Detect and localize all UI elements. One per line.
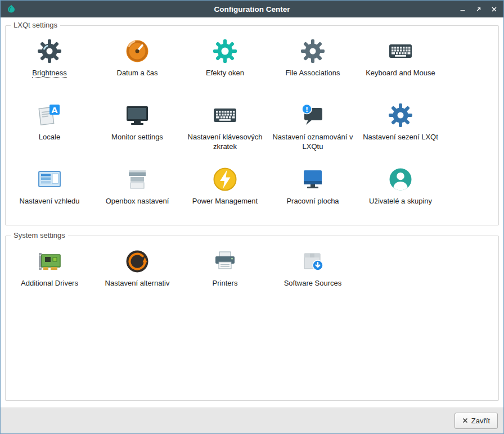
drivers-icon <box>36 248 63 275</box>
item-datetime[interactable]: Datum a čas <box>93 38 181 102</box>
group-lxqt-settings: LXQt settings <box>5 25 499 225</box>
item-notifications[interactable]: ! Nastavení oznamování v LXQtu <box>269 102 357 166</box>
lxqt-logo-icon <box>6 4 16 14</box>
item-label: Locale <box>39 133 60 142</box>
item-window-effects[interactable]: Efekty oken <box>181 38 269 102</box>
group-title: LXQt settings <box>11 21 60 29</box>
item-appearance[interactable]: Nastavení vzhledu <box>6 166 93 230</box>
software-sources-icon <box>299 248 326 275</box>
keyboard-mouse-icon <box>387 38 414 65</box>
item-keyboard-mouse[interactable]: Keyboard and Mouse <box>357 38 444 102</box>
content-area: LXQt settings <box>1 17 503 408</box>
session-settings-icon <box>387 102 414 129</box>
item-users-groups[interactable]: Uživatelé a skupiny <box>357 166 444 230</box>
item-locale[interactable]: A Locale <box>6 102 93 166</box>
item-label: Nastavení klávesových zkratek <box>183 133 267 151</box>
users-groups-icon <box>387 166 414 193</box>
item-label: Nastavení vzhledu <box>20 197 80 206</box>
configuration-center-window: Configuration Center LXQt settings <box>0 0 504 434</box>
close-button[interactable] <box>490 6 498 13</box>
system-settings-grid: Additional Drivers Nastavení alternativ <box>6 236 498 312</box>
item-label: Datum a čas <box>117 69 158 78</box>
item-additional-drivers[interactable]: Additional Drivers <box>6 248 93 312</box>
locale-icon: A <box>36 102 63 129</box>
printers-icon <box>212 248 238 275</box>
item-alternatives[interactable]: Nastavení alternativ <box>93 248 181 312</box>
item-label: Additional Drivers <box>21 279 78 288</box>
maximize-button[interactable] <box>475 6 482 13</box>
item-label: Printers <box>213 279 238 288</box>
svg-text:A: A <box>52 106 58 115</box>
file-associations-icon <box>299 38 326 65</box>
footer-bar: Zavřít <box>1 408 503 433</box>
item-label: Efekty oken <box>206 69 244 78</box>
item-desktop[interactable]: Pracovní plocha <box>269 166 357 230</box>
svg-text:!: ! <box>305 106 308 114</box>
item-brightness[interactable]: Brightness <box>6 38 93 102</box>
monitor-icon <box>124 102 151 129</box>
item-label: Nastavení sezení LXQt <box>363 133 438 142</box>
item-label: Brightness <box>32 69 66 78</box>
item-monitor-settings[interactable]: Monitor settings <box>93 102 181 166</box>
item-session-settings[interactable]: Nastavení sezení LXQt <box>357 102 444 166</box>
close-x-icon <box>462 417 468 425</box>
item-label: Nastavení oznamování v LXQtu <box>271 133 355 151</box>
item-label: Pracovní plocha <box>286 197 339 206</box>
close-dialog-button[interactable]: Zavřít <box>454 413 498 429</box>
alternatives-icon <box>124 248 151 275</box>
item-power-management[interactable]: Power Management <box>181 166 269 230</box>
item-label: Software Sources <box>284 279 342 288</box>
item-label: Monitor settings <box>111 133 163 142</box>
item-label: Uživatelé a skupiny <box>369 197 432 206</box>
item-label: File Associations <box>286 69 340 78</box>
lxqt-settings-grid: Brightness Datum a čas <box>6 26 498 230</box>
item-label: Openbox nastavení <box>106 197 169 206</box>
group-system-settings: System settings <box>5 236 499 401</box>
brightness-icon <box>36 38 63 65</box>
window-title: Configuration Center <box>1 5 503 13</box>
minimize-button[interactable] <box>459 6 466 13</box>
close-dialog-label: Zavřít <box>471 417 490 425</box>
appearance-icon <box>36 166 63 193</box>
openbox-icon <box>124 166 151 193</box>
item-printers[interactable]: Printers <box>181 248 269 312</box>
keyboard-shortcuts-icon <box>212 102 238 129</box>
item-openbox[interactable]: Openbox nastavení <box>93 166 181 230</box>
datetime-icon <box>124 38 151 65</box>
item-label: Keyboard and Mouse <box>366 69 435 78</box>
item-keyboard-shortcuts[interactable]: Nastavení klávesových zkratek <box>181 102 269 166</box>
group-title: System settings <box>11 231 68 239</box>
window-controls <box>459 6 498 13</box>
notifications-icon: ! <box>299 102 326 129</box>
item-label: Power Management <box>192 197 258 206</box>
desktop-icon <box>299 166 326 193</box>
titlebar[interactable]: Configuration Center <box>1 1 503 17</box>
power-management-icon <box>212 166 238 193</box>
window-effects-icon <box>212 38 238 65</box>
item-software-sources[interactable]: Software Sources <box>269 248 357 312</box>
item-label: Nastavení alternativ <box>105 279 170 288</box>
item-file-associations[interactable]: File Associations <box>269 38 357 102</box>
